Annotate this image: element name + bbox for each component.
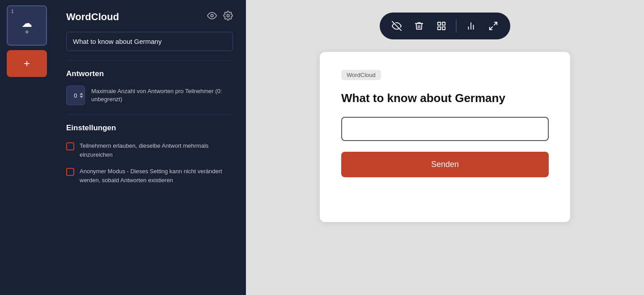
card-question: What to know about Germany xyxy=(341,91,549,106)
toolbar-divider xyxy=(456,19,457,33)
svg-line-10 xyxy=(494,22,497,25)
hide-button[interactable] xyxy=(387,16,407,36)
stepper-value: 0 xyxy=(74,92,77,99)
settings-icon[interactable] xyxy=(223,11,233,23)
checkbox-anonymous-label: Anonymer Modus - Dieses Setting kann nic… xyxy=(80,167,233,184)
checkbox-row-2: Anonymer Modus - Dieses Setting kann nic… xyxy=(66,167,233,184)
toolbar xyxy=(380,13,510,39)
svg-rect-4 xyxy=(442,22,445,25)
stepper-down[interactable] xyxy=(80,96,83,98)
stepper-label: Maximale Anzahl von Antworten pro Teilne… xyxy=(91,87,233,103)
left-sidebar: 1 ☁ ✥ + xyxy=(0,0,54,295)
panel-header-icons xyxy=(207,11,233,23)
checkbox-anonymous-mode[interactable] xyxy=(66,168,74,176)
answer-count-stepper[interactable]: 0 xyxy=(66,86,85,105)
answers-row: 0 Maximale Anzahl von Antworten pro Teil… xyxy=(66,86,233,105)
stepper-arrows xyxy=(80,93,83,98)
settings-section: Teilnehmern erlauben, dieselbe Antwort m… xyxy=(66,141,233,192)
divider-1 xyxy=(66,60,233,60)
panel-title-text: WordCloud xyxy=(66,11,119,23)
svg-point-1 xyxy=(227,14,229,17)
checkbox-row-1: Teilnehmern erlauben, dieselbe Antwort m… xyxy=(66,141,233,159)
svg-point-0 xyxy=(211,14,213,17)
question-input[interactable] xyxy=(66,32,233,51)
svg-rect-5 xyxy=(438,27,441,30)
preview-card: WordCloud What to know about Germany Sen… xyxy=(320,52,570,222)
settings-panel: WordCloud Antworten 0 Maximale Anzahl vo… xyxy=(54,0,246,295)
card-badge: WordCloud xyxy=(341,70,381,80)
expand-button[interactable] xyxy=(483,16,503,36)
panel-header: WordCloud xyxy=(66,11,233,23)
card-submit-button[interactable]: Senden xyxy=(341,152,549,177)
checkbox-duplicate-label: Teilnehmern erlauben, dieselbe Antwort m… xyxy=(80,141,233,159)
svg-rect-6 xyxy=(442,27,445,30)
slide-card-1[interactable]: 1 ☁ ✥ xyxy=(7,5,47,46)
eye-icon[interactable] xyxy=(207,11,217,23)
svg-rect-3 xyxy=(438,22,441,25)
add-slide-button[interactable]: + xyxy=(7,50,47,77)
grid-button[interactable] xyxy=(432,16,451,36)
chart-button[interactable] xyxy=(461,16,481,36)
card-answer-input[interactable] xyxy=(341,117,549,141)
stepper-up[interactable] xyxy=(80,93,83,95)
slide-number: 1 xyxy=(11,9,14,14)
delete-button[interactable] xyxy=(409,16,429,36)
divider-2 xyxy=(66,114,233,115)
move-icon: ✥ xyxy=(25,30,29,34)
upload-icon: ☁ xyxy=(21,17,32,30)
main-content: WordCloud What to know about Germany Sen… xyxy=(246,0,644,295)
svg-line-11 xyxy=(490,27,492,30)
answers-section-title: Antworten xyxy=(66,69,233,78)
checkbox-duplicate-answers[interactable] xyxy=(66,142,74,150)
settings-section-title: Einstellungen xyxy=(66,124,233,133)
